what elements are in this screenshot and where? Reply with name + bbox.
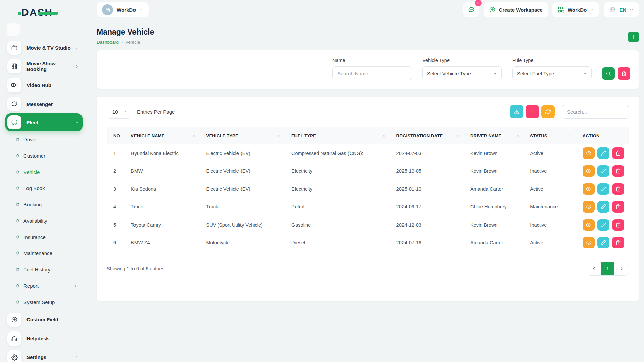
sort-icon[interactable]: ↑↓ [457, 134, 464, 138]
filter-card: Name Vehicle Type Select Vehicle Type Fu… [97, 50, 639, 89]
delete-button[interactable] [612, 183, 624, 195]
filter-vehicle-type-label: Vehicle Type [422, 58, 502, 63]
sidebar-item-settings[interactable]: Settings [5, 348, 83, 362]
delete-button[interactable] [612, 165, 624, 177]
column-header-status[interactable]: STATUS↑↓ [527, 127, 579, 144]
filter-fuel-type-field: Fule Type Select Fuel Type [512, 58, 592, 80]
workdo-menu-button[interactable]: WorkDo [552, 2, 599, 17]
sidebar-subitem-log-book[interactable]: Log Book [5, 180, 83, 197]
brand-logo[interactable]: DASH [5, 5, 83, 20]
column-header-fuel-type[interactable]: FUEL TYPE↑↓ [288, 127, 393, 144]
column-header-driver-name[interactable]: DRIVER NAME↑↓ [467, 127, 527, 144]
page-header: Manage Vehicle Dashboard › Vehicle [97, 27, 639, 45]
filter-fuel-type-label: Fule Type [512, 58, 592, 63]
sidebar-subitem-fuel-history[interactable]: Fuel History [5, 261, 83, 278]
language-selector[interactable]: EN [604, 2, 639, 17]
trash-icon [615, 240, 621, 245]
edit-button[interactable] [597, 165, 609, 177]
refresh-button[interactable] [541, 105, 555, 118]
export-button[interactable] [510, 105, 523, 118]
bullet-icon [15, 170, 20, 174]
sidebar-subitem-report[interactable]: Report [5, 278, 83, 294]
edit-button[interactable] [597, 219, 609, 231]
entries-per-page-label: Entries Per Page [137, 109, 175, 115]
messages-button[interactable]: 0 [463, 2, 479, 17]
table-search-input[interactable] [562, 105, 629, 119]
column-header-vehicle-name[interactable]: VEHICLE NAME↑↓ [127, 127, 203, 144]
column-header-vehicle-type[interactable]: VEHICLE TYPE↑↓ [203, 127, 288, 144]
sidebar-item-fleet[interactable]: Fleet [5, 113, 83, 131]
main-area: WorkDo 0 Create Workspace WorkDo [88, 0, 644, 362]
chevron-right-icon [73, 284, 78, 288]
sort-icon[interactable]: ↑↓ [278, 134, 285, 138]
sort-icon[interactable]: ↑↓ [516, 134, 523, 138]
eye-icon [586, 168, 591, 174]
film-icon [11, 63, 18, 70]
eye-icon [586, 150, 591, 156]
delete-button[interactable] [612, 147, 624, 159]
view-button[interactable] [583, 201, 595, 213]
filter-buttons [602, 67, 630, 80]
apply-filter-button[interactable] [602, 67, 615, 80]
edit-button[interactable] [597, 183, 609, 195]
table-row: 1 Hyundai Kona Electric Electric Vehicle… [107, 144, 629, 162]
create-workspace-button[interactable]: Create Workspace [484, 2, 548, 17]
view-button[interactable] [583, 147, 595, 159]
refresh-icon [545, 109, 551, 114]
undo-button[interactable] [526, 105, 539, 118]
sidebar-item-helpdesk[interactable]: Helpdesk [5, 329, 83, 348]
sidebar-item-movie-show-booking[interactable]: Movie Show Booking [5, 57, 83, 76]
add-vehicle-button[interactable] [628, 32, 639, 42]
sidebar-item-messenger[interactable]: Messenger [5, 95, 83, 113]
edit-button[interactable] [597, 237, 609, 248]
next-page-button[interactable] [614, 262, 629, 275]
sidebar-subitem-customer[interactable]: Customer [5, 148, 83, 164]
sidebar-subitem-availability[interactable]: Availability [5, 213, 83, 229]
delete-button[interactable] [612, 237, 624, 248]
name-search-input[interactable] [332, 66, 412, 80]
bullet-icon [15, 186, 20, 190]
entries-value: 10 [112, 109, 118, 115]
edit-button[interactable] [597, 201, 609, 213]
breadcrumb-dashboard-link[interactable]: Dashboard [97, 40, 119, 45]
table-head: NOVEHICLE NAME↑↓VEHICLE TYPE↑↓FUEL TYPE↑… [107, 127, 629, 144]
sort-icon[interactable]: ↑↓ [383, 134, 390, 138]
sidebar-subitem-driver[interactable]: Driver [5, 131, 83, 148]
prev-page-button[interactable] [587, 262, 601, 275]
view-button[interactable] [583, 183, 595, 195]
sidebar-item-custom-field[interactable]: Custom Field [5, 310, 83, 329]
tv-icon [11, 44, 18, 51]
bullet-icon [15, 284, 20, 288]
chevron-down-icon [123, 110, 127, 114]
page-1-button[interactable]: 1 [601, 262, 614, 275]
sidebar-item-movie-tv-studio[interactable]: Movie & TV Studio [5, 38, 83, 57]
pagination: 1 [587, 262, 629, 276]
clear-filter-button[interactable] [618, 67, 630, 80]
vehicle-type-select[interactable]: Select Vehicle Type [422, 66, 502, 80]
delete-button[interactable] [612, 201, 624, 213]
sidebar-item-video-hub[interactable]: Video Hub [5, 76, 83, 95]
sort-icon[interactable]: ↑↓ [569, 134, 576, 138]
sidebar-subitem-booking[interactable]: Booking [5, 196, 83, 213]
sidebar-subitem-vehicle[interactable]: Vehicle [5, 164, 83, 180]
column-header-registration-date[interactable]: REGISTRATION DATE↑↓ [393, 127, 467, 144]
table-footer: Showing 1 to 6 of 6 entries 1 [107, 262, 629, 276]
circle-plus-icon [489, 6, 496, 13]
entries-per-page-select[interactable]: 10 [107, 105, 131, 119]
pencil-icon [601, 150, 606, 156]
fleet-submenu: Driver Customer Vehicle Log Book Booking… [5, 131, 83, 310]
fuel-type-select[interactable]: Select Fuel Type [512, 66, 592, 80]
view-button[interactable] [583, 165, 595, 177]
workspace-selector[interactable]: WorkDo [97, 2, 149, 17]
sort-icon[interactable]: ↑↓ [193, 134, 200, 138]
view-button[interactable] [583, 237, 595, 248]
file-off-icon [621, 71, 627, 76]
video-icon [11, 82, 18, 88]
edit-button[interactable] [597, 147, 609, 159]
eye-icon [586, 204, 591, 209]
sidebar-subitem-system-setup[interactable]: System Setup [5, 294, 83, 310]
sidebar-subitem-insurance[interactable]: Insurance [5, 229, 83, 245]
view-button[interactable] [583, 219, 595, 231]
sidebar-subitem-maintenance[interactable]: Maintenance [5, 245, 83, 262]
delete-button[interactable] [612, 219, 624, 231]
